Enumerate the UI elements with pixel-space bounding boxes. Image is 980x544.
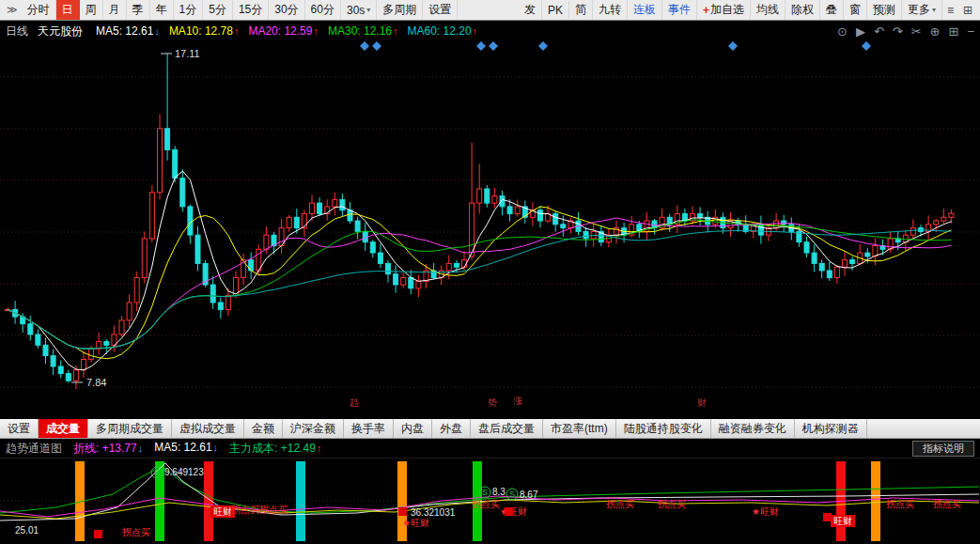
dropdown-caret-icon: ▾ <box>932 6 936 14</box>
toolbar-button-5[interactable]: 事件 <box>662 0 697 20</box>
indicator-stat-1: MA5: 12.61↓ <box>154 441 218 457</box>
period-button-0[interactable]: 分时 <box>22 0 56 20</box>
toolbar-right-group: 发PK简九转连板事件+加自选均线除权叠窗预测更多▾≡⊞ <box>519 0 977 20</box>
svg-text:旺财: 旺财 <box>833 516 852 526</box>
chart-icon-7[interactable]: − <box>967 24 974 39</box>
toolbar-button-9[interactable]: 叠 <box>820 0 844 20</box>
toolbar-button-0[interactable]: 发 <box>519 0 542 20</box>
svg-text:★旺财: ★旺财 <box>752 506 779 517</box>
svg-text:拐点买: 拐点买 <box>658 499 686 509</box>
svg-text:势: 势 <box>488 397 497 408</box>
indicator-help-button[interactable]: 指标说明 <box>912 441 974 457</box>
period-button-4[interactable]: 季 <box>127 0 150 20</box>
ma-readout-1: MA10: 12.78↑ <box>169 24 240 38</box>
tab-item-7[interactable]: 内盘 <box>394 419 432 438</box>
down-arrow-icon: ↓ <box>154 25 160 37</box>
chart-icon-4[interactable]: ✂ <box>911 24 922 39</box>
down-arrow-icon: ↓ <box>213 442 219 453</box>
chart-icon-3[interactable]: ↷ <box>893 24 903 39</box>
tab-item-6[interactable]: 换手率 <box>344 419 394 438</box>
tab-item-9[interactable]: 盘后成交量 <box>471 419 543 438</box>
period-button-13[interactable]: 设置 <box>423 0 458 20</box>
indicator-stats: 折线: +13.77↓MA5: 12.61↓主力成本: +12.49↑ <box>73 441 333 457</box>
toolbar-button-8[interactable]: 除权 <box>786 0 820 20</box>
chart-icon-0[interactable]: ⊙ <box>837 24 848 39</box>
chart-tool-icons: ⊙▶↶↷✂⊕⊞− <box>837 24 974 39</box>
svg-text:财: 财 <box>697 397 707 408</box>
toolbar-button-7[interactable]: 均线 <box>751 0 786 20</box>
tab-item-10[interactable]: 市盈率(ttm) <box>543 419 616 438</box>
toolbar-icon-0[interactable]: ≡ <box>942 4 958 17</box>
svg-text:拐点买: 拐点买 <box>606 499 634 509</box>
period-button-6[interactable]: 1分 <box>174 0 204 20</box>
svg-text:趋: 趋 <box>350 397 359 408</box>
svg-text:36.321031: 36.321031 <box>411 507 456 518</box>
app-window: ≫ 分时日周月季年1分5分15分30分60分30s▾多周期设置 发PK简九转连板… <box>0 0 980 544</box>
svg-text:7.84: 7.84 <box>86 377 106 388</box>
toolbar-button-11[interactable]: 预测 <box>867 0 902 20</box>
toolbar-button-12[interactable]: 更多▾ <box>902 0 942 20</box>
tab-item-1[interactable]: 成交量 <box>39 419 88 438</box>
svg-text:拐点买: 拐点买 <box>933 499 961 509</box>
fast-forward-icon[interactable]: ≫ <box>3 4 22 16</box>
plus-icon: + <box>703 4 709 17</box>
svg-text:9.649123: 9.649123 <box>164 467 204 477</box>
period-button-7[interactable]: 5分 <box>203 0 233 20</box>
toolbar-button-3[interactable]: 九转 <box>593 0 628 20</box>
svg-text:25.01: 25.01 <box>15 525 39 536</box>
svg-text:8.67: 8.67 <box>520 490 538 500</box>
period-button-8[interactable]: 15分 <box>233 0 269 20</box>
tab-item-3[interactable]: 虚拟成交量 <box>172 419 244 438</box>
toolbar-button-6[interactable]: +加自选 <box>697 0 751 20</box>
tab-item-5[interactable]: 沪深金额 <box>283 419 344 438</box>
toolbar-icon-1[interactable]: ⊞ <box>958 4 977 17</box>
svg-text:S: S <box>482 488 488 497</box>
indicator-header: 趋势通道图 折线: +13.77↓MA5: 12.61↓主力成本: +12.49… <box>0 439 980 459</box>
svg-text:S: S <box>154 468 160 477</box>
stock-name: 天元股份 <box>38 23 83 39</box>
up-arrow-icon: ↑ <box>473 25 478 37</box>
tab-item-8[interactable]: 外盘 <box>432 419 471 438</box>
tab-item-12[interactable]: 融资融券变化 <box>711 419 795 438</box>
svg-text:拐点买: 拐点买 <box>472 499 500 509</box>
svg-text:拐点买: 拐点买 <box>259 505 288 515</box>
chart-icon-5[interactable]: ⊕ <box>930 24 941 39</box>
svg-text:拐点买: 拐点买 <box>231 505 259 515</box>
top-toolbar: ≫ 分时日周月季年1分5分15分30分60分30s▾多周期设置 发PK简九转连板… <box>0 0 980 21</box>
svg-text:旺财: 旺财 <box>213 506 232 517</box>
down-arrow-icon: ↓ <box>138 443 144 454</box>
indicator-stat-2: 主力成本: +12.49↑ <box>229 441 321 457</box>
period-button-11[interactable]: 30s▾ <box>341 0 377 20</box>
ma-readout-0: MA5: 12.61↓ <box>96 24 160 38</box>
period-button-9[interactable]: 30分 <box>269 0 304 20</box>
tab-item-2[interactable]: 多周期成交量 <box>88 419 172 438</box>
chart-icon-1[interactable]: ▶ <box>856 24 865 39</box>
svg-text:★旺财: ★旺财 <box>402 518 429 528</box>
period-button-1[interactable]: 日 <box>56 0 80 20</box>
period-button-12[interactable]: 多周期 <box>377 0 423 20</box>
tab-item-13[interactable]: 机构探测器 <box>795 419 867 438</box>
ma-readout-3: MA30: 12.16↑ <box>328 24 398 38</box>
chart-icon-2[interactable]: ↶ <box>874 24 884 39</box>
indicator-chart: SSS9.6491238.38.6736.32103125.01旺财旺财★旺财★… <box>0 459 980 544</box>
toolbar-button-2[interactable]: 简 <box>569 0 593 20</box>
ma-readout-2: MA20: 12.59↑ <box>248 24 319 38</box>
chart-icon-6[interactable]: ⊞ <box>949 24 959 39</box>
toolbar-button-4[interactable]: 连板 <box>628 0 662 20</box>
tab-item-0[interactable]: 设置 <box>0 419 39 438</box>
svg-text:★旺财: ★旺财 <box>500 506 527 517</box>
svg-text:8.3: 8.3 <box>492 487 506 497</box>
period-button-10[interactable]: 60分 <box>305 0 341 20</box>
main-chart-panel[interactable]: 17.117.84趋势涨财 日线 天元股份 MA5: 12.61↓MA10: 1… <box>0 21 980 419</box>
toolbar-button-1[interactable]: PK <box>542 2 569 19</box>
up-arrow-icon: ↑ <box>313 25 319 37</box>
tab-item-4[interactable]: 金额 <box>244 419 283 438</box>
period-button-2[interactable]: 周 <box>80 0 103 20</box>
indicator-chart-panel[interactable]: SSS9.6491238.38.6736.32103125.01旺财旺财★旺财★… <box>0 459 980 544</box>
chart-info-bar: 日线 天元股份 MA5: 12.61↓MA10: 12.78↑MA20: 12.… <box>0 21 980 41</box>
period-button-3[interactable]: 月 <box>103 0 127 20</box>
toolbar-button-10[interactable]: 窗 <box>844 0 867 20</box>
tab-item-11[interactable]: 陆股通持股变化 <box>616 419 711 438</box>
period-button-5[interactable]: 年 <box>150 0 174 20</box>
ma-readout-4: MA60: 12.20↑ <box>408 24 478 38</box>
